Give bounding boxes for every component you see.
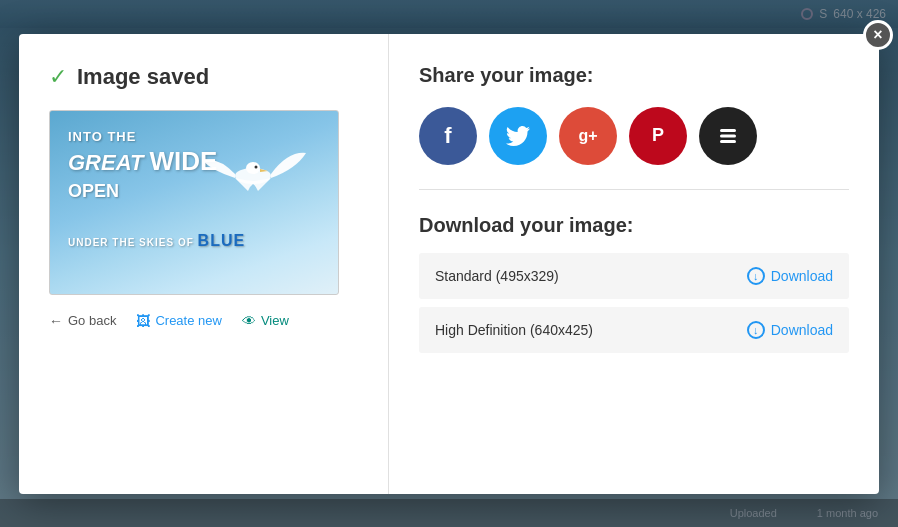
download-hd-button[interactable]: ↓ Download bbox=[747, 321, 833, 339]
svg-rect-4 bbox=[720, 134, 736, 137]
modal-overlay: × ✓ Image saved INTO THE GREAT WIDE OPEN… bbox=[0, 0, 898, 527]
svg-point-2 bbox=[255, 165, 258, 168]
preview-blue: BLUE bbox=[198, 232, 246, 249]
twitter-button[interactable] bbox=[489, 107, 547, 165]
download-hd-icon: ↓ bbox=[747, 321, 765, 339]
image-icon: 🖼 bbox=[136, 313, 150, 329]
action-links: ← Go back 🖼 Create new 👁 View bbox=[49, 313, 358, 329]
download-standard-icon: ↓ bbox=[747, 267, 765, 285]
facebook-button[interactable]: f bbox=[419, 107, 477, 165]
close-button[interactable]: × bbox=[863, 20, 893, 50]
googleplus-button[interactable]: g+ bbox=[559, 107, 617, 165]
hd-label: High Definition (640x425) bbox=[435, 322, 593, 338]
modal: × ✓ Image saved INTO THE GREAT WIDE OPEN… bbox=[19, 34, 879, 494]
preview-line4: UNDER THE SKIES OF BLUE bbox=[68, 232, 245, 250]
download-standard-label: Download bbox=[771, 268, 833, 284]
left-panel: ✓ Image saved INTO THE GREAT WIDE OPEN U… bbox=[19, 34, 389, 494]
view-link[interactable]: 👁 View bbox=[242, 313, 289, 329]
check-icon: ✓ bbox=[49, 64, 67, 90]
preview-under-skies: UNDER THE SKIES OF bbox=[68, 237, 194, 248]
svg-point-1 bbox=[246, 162, 260, 174]
download-hd-label: Download bbox=[771, 322, 833, 338]
back-arrow-icon: ← bbox=[49, 313, 63, 329]
preview-great: GREAT bbox=[68, 150, 143, 176]
share-title: Share your image: bbox=[419, 64, 849, 87]
go-back-link[interactable]: ← Go back bbox=[49, 313, 116, 329]
download-standard-button[interactable]: ↓ Download bbox=[747, 267, 833, 285]
svg-rect-5 bbox=[720, 140, 736, 143]
download-hd-row: High Definition (640x425) ↓ Download bbox=[419, 307, 849, 353]
image-preview: INTO THE GREAT WIDE OPEN UNDER THE SKIES… bbox=[49, 110, 339, 295]
social-row: f g+ P bbox=[419, 107, 849, 190]
download-title: Download your image: bbox=[419, 214, 849, 237]
eye-icon: 👁 bbox=[242, 313, 256, 329]
download-standard-row: Standard (495x329) ↓ Download bbox=[419, 253, 849, 299]
create-new-link[interactable]: 🖼 Create new bbox=[136, 313, 221, 329]
svg-rect-3 bbox=[720, 129, 736, 132]
saved-header: ✓ Image saved bbox=[49, 64, 358, 90]
saved-title: Image saved bbox=[77, 64, 209, 90]
right-panel: Share your image: f g+ P bbox=[389, 34, 879, 494]
standard-label: Standard (495x329) bbox=[435, 268, 559, 284]
buffer-button[interactable] bbox=[699, 107, 757, 165]
seagull-illustration bbox=[198, 131, 308, 201]
pinterest-button[interactable]: P bbox=[629, 107, 687, 165]
